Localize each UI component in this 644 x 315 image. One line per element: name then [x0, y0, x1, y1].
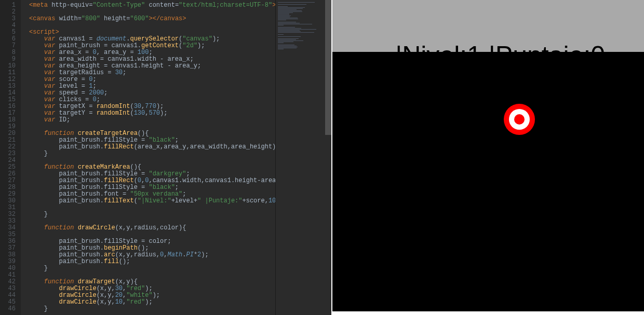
line-number: 46: [0, 306, 21, 312]
scrollbar-vertical[interactable]: [325, 0, 331, 315]
code-line[interactable]: paint_brush.fill();: [29, 258, 275, 265]
code-line[interactable]: [29, 22, 275, 29]
line-number: 5: [0, 29, 21, 36]
code-line[interactable]: function drawCircle(x,y,radius,color){: [29, 225, 275, 231]
code-area[interactable]: <meta http-equiv="Content-Type" content=…: [21, 0, 275, 315]
code-line[interactable]: var ID;: [29, 117, 275, 124]
code-line[interactable]: [29, 204, 275, 211]
line-gutter: 1234567891011121314151617181920212223242…: [0, 0, 21, 315]
code-line[interactable]: paint_brush.fillText("|Nivel:"+level+" |…: [29, 198, 275, 204]
line-number: 3: [0, 16, 21, 22]
scrollbar-thumb[interactable]: [325, 0, 331, 135]
code-line[interactable]: <meta http-equiv="Content-Type" content=…: [29, 2, 275, 9]
line-number: 7: [0, 43, 21, 49]
minimap[interactable]: [275, 0, 325, 315]
code-line[interactable]: drawCircle(x,y,10,"red");: [29, 299, 275, 306]
code-line[interactable]: }: [29, 211, 275, 218]
line-number: 2: [0, 9, 21, 16]
code-line[interactable]: <canvas width="800" height="600"></canva…: [29, 16, 275, 22]
target-ring-red: [514, 114, 525, 125]
line-number: 8: [0, 49, 21, 56]
code-line[interactable]: paint_brush.fillRect(area_x,area_y,area_…: [29, 144, 275, 150]
code-line[interactable]: }: [29, 265, 275, 272]
line-number: 4: [0, 22, 21, 29]
score-bar: |Nivel:1 |Puntaje:0: [332, 0, 644, 52]
line-number: 6: [0, 36, 21, 43]
code-editor[interactable]: 1234567891011121314151617181920212223242…: [0, 0, 331, 315]
code-line[interactable]: }: [29, 306, 275, 312]
play-area[interactable]: [332, 52, 644, 311]
line-number: 1: [0, 2, 21, 9]
game-preview: |Nivel:1 |Puntaje:0: [331, 0, 644, 315]
target-circle[interactable]: [504, 104, 535, 135]
code-line[interactable]: }: [29, 150, 275, 157]
